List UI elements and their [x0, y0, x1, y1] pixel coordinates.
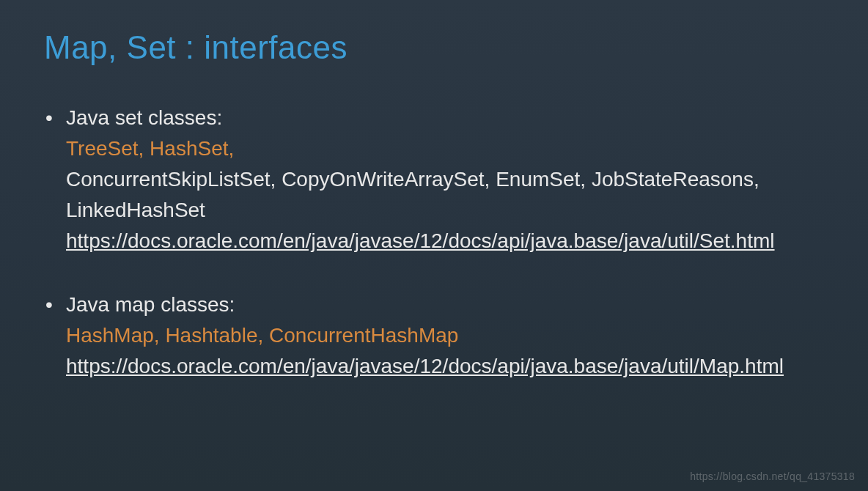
- list-item: Java map classes: HashMap, Hashtable, Co…: [66, 289, 824, 382]
- item-highlight: HashMap, Hashtable, ConcurrentHashMap: [66, 320, 824, 351]
- list-item: Java set classes: TreeSet, HashSet, Conc…: [66, 103, 824, 256]
- item-link[interactable]: https://docs.oracle.com/en/java/javase/1…: [66, 226, 824, 256]
- watermark: https://blog.csdn.net/qq_41375318: [690, 470, 855, 482]
- content-list: Java set classes: TreeSet, HashSet, Conc…: [44, 103, 824, 382]
- item-highlight: TreeSet, HashSet,: [66, 133, 824, 164]
- item-label: Java set classes:: [66, 103, 824, 133]
- item-body: ConcurrentSkipListSet, CopyOnWriteArrayS…: [66, 164, 824, 226]
- slide-title: Map, Set : interfaces: [44, 29, 824, 66]
- item-label: Java map classes:: [66, 289, 824, 320]
- item-link[interactable]: https://docs.oracle.com/en/java/javase/1…: [66, 351, 824, 382]
